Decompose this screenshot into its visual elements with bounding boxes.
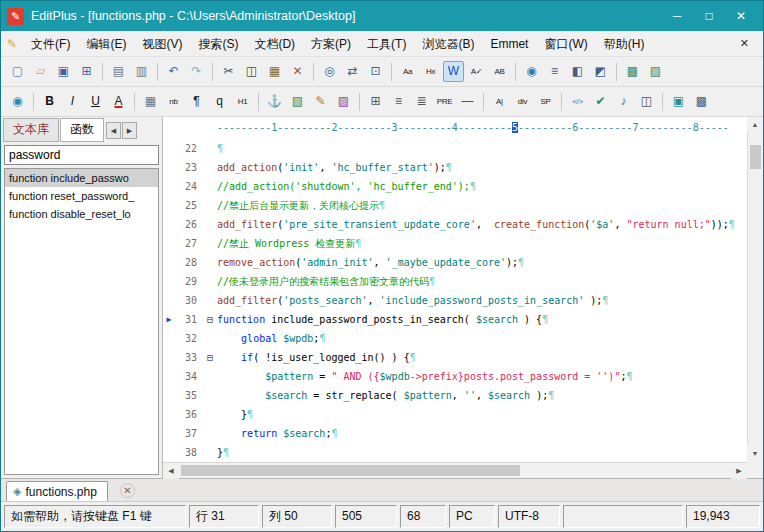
cut-icon[interactable]: ✂ (218, 61, 239, 82)
menu-emmet[interactable]: Emmet (482, 34, 536, 54)
tab-cliptext[interactable]: 文本库 (3, 118, 59, 142)
underline-icon[interactable]: U (85, 91, 106, 112)
record-macro-icon[interactable]: ▨ (645, 61, 666, 82)
side-panel-icon[interactable]: ◧ (567, 61, 588, 82)
code-line-25[interactable]: 25//禁止后台显示更新，关闭核心提示¶ (163, 196, 747, 215)
document-close-icon[interactable]: ✕ (732, 35, 757, 52)
hr-tag-icon[interactable]: ― (457, 91, 478, 112)
table-layout-icon[interactable]: ⊞ (365, 91, 386, 112)
font-tag-icon[interactable]: A| (489, 91, 510, 112)
check-syntax-icon[interactable]: ✔ (590, 91, 611, 112)
object-icon[interactable]: ▣ (668, 91, 689, 112)
browser-globe-icon[interactable]: ◉ (7, 91, 28, 112)
script-icon[interactable]: </> (567, 91, 588, 112)
user-tools-icon[interactable]: ▩ (622, 61, 643, 82)
bold-icon[interactable]: B (39, 91, 60, 112)
horizontal-scrollbar[interactable]: ◀ ▶ (163, 462, 747, 478)
tab-scroll-right-icon[interactable]: ▶ (122, 122, 137, 139)
code-line-27[interactable]: 27//禁止 Wordpress 检查更新¶ (163, 234, 747, 253)
close-button[interactable]: ✕ (725, 4, 757, 28)
menu-project[interactable]: 方案(P) (303, 34, 359, 54)
code-line-24[interactable]: 24//add_action('shutdown', 'hc_buffer_en… (163, 177, 747, 196)
paste-icon[interactable]: ▦ (264, 61, 285, 82)
code-line-32[interactable]: 32 global $wpdb;¶ (163, 329, 747, 348)
function-list-item[interactable]: function include_passwo (5, 169, 158, 187)
spell-check-icon[interactable]: A✓ (466, 61, 487, 82)
vertical-scroll-thumb[interactable] (750, 145, 761, 169)
color-picker-icon[interactable]: ▨ (333, 91, 354, 112)
file-tab-close-icon[interactable]: ✕ (120, 483, 135, 498)
undo-icon[interactable]: ↶ (163, 61, 184, 82)
code-line-23[interactable]: 23add_action('init', 'hc_buffer_start');… (163, 158, 747, 177)
vertical-scrollbar[interactable]: ▲ ▼ (747, 117, 763, 462)
tab-functions[interactable]: 函数 (60, 118, 104, 142)
open-file-icon[interactable]: ▱ (30, 61, 51, 82)
output-panel-icon[interactable]: ◩ (590, 61, 611, 82)
code-line-29[interactable]: 29//使未登录用户的搜索结果包含加密文章的代码¶ (163, 272, 747, 291)
save-all-icon[interactable]: ⊞ (76, 61, 97, 82)
code-line-28[interactable]: 28remove_action('admin_init', '_maybe_up… (163, 253, 747, 272)
menu-view[interactable]: 视图(V) (134, 34, 190, 54)
menu-window[interactable]: 窗口(W) (536, 34, 595, 54)
code-line-34[interactable]: 34 $pattern = " AND ({$wpdb->prefix}post… (163, 367, 747, 386)
menu-tools[interactable]: 工具(T) (359, 34, 414, 54)
redo-icon[interactable]: ↷ (186, 61, 207, 82)
code-line-35[interactable]: 35 $search = str_replace( $pattern, '', … (163, 386, 747, 405)
table-icon[interactable]: ▦ (140, 91, 161, 112)
uppercase-icon[interactable]: Aa (397, 61, 418, 82)
code-line-26[interactable]: 26add_filter('pre_site_transient_update_… (163, 215, 747, 234)
fold-collapse-icon[interactable]: ⊟ (203, 310, 217, 329)
word-wrap-icon[interactable]: W (443, 61, 464, 82)
scroll-up-icon[interactable]: ▲ (747, 117, 763, 133)
find-icon[interactable]: ◎ (319, 61, 340, 82)
tab-scroll-left-icon[interactable]: ◀ (106, 122, 121, 139)
scroll-left-icon[interactable]: ◀ (163, 463, 179, 479)
menu-help[interactable]: 帮助(H) (596, 34, 653, 54)
maximize-button[interactable]: □ (693, 4, 725, 28)
print-preview-icon[interactable]: ▥ (131, 61, 152, 82)
div-tag-icon[interactable]: div (512, 91, 533, 112)
align-left-icon[interactable]: ≡ (388, 91, 409, 112)
save-icon[interactable]: ▣ (53, 61, 74, 82)
hex-viewer-icon[interactable]: Hx (420, 61, 441, 82)
code-line-36[interactable]: 36 }¶ (163, 405, 747, 424)
font-color-icon[interactable]: A (108, 91, 129, 112)
code-area[interactable]: 22¶23add_action('init', 'hc_buffer_start… (163, 139, 747, 462)
nbsp-icon[interactable]: nb (163, 91, 184, 112)
image-icon[interactable]: ▧ (287, 91, 308, 112)
horizontal-scroll-thumb[interactable] (181, 465, 520, 476)
code-line-33[interactable]: 33⊟ if( !is_user_logged_in() ) {¶ (163, 348, 747, 367)
function-list-item[interactable]: function reset_password_ (5, 187, 158, 205)
align-center-icon[interactable]: ≣ (411, 91, 432, 112)
italic-icon[interactable]: I (62, 91, 83, 112)
code-line-37[interactable]: 37 return $search;¶ (163, 424, 747, 443)
menu-search[interactable]: 搜索(S) (190, 34, 246, 54)
audio-icon[interactable]: ♪ (613, 91, 634, 112)
span-tag-icon[interactable]: SP (535, 91, 556, 112)
menu-file[interactable]: 文件(F) (23, 34, 78, 54)
code-line-38[interactable]: 38}¶ (163, 443, 747, 462)
menu-browser[interactable]: 浏览器(B) (414, 34, 482, 54)
delete-icon[interactable]: ✕ (287, 61, 308, 82)
copy-icon[interactable]: ◫ (241, 61, 262, 82)
function-list-item[interactable]: function disable_reset_lo (5, 205, 158, 223)
fold-collapse-icon[interactable]: ⊟ (203, 348, 217, 367)
browser-preview-icon[interactable]: ◉ (521, 61, 542, 82)
scroll-right-icon[interactable]: ▶ (731, 463, 747, 479)
new-file-icon[interactable]: ▢ (7, 61, 28, 82)
heading-icon[interactable]: H1 (232, 91, 253, 112)
print-icon[interactable]: ▤ (108, 61, 129, 82)
replace-icon[interactable]: ⇄ (342, 61, 363, 82)
more-tools-icon[interactable]: ▩ (691, 91, 712, 112)
find-in-files-icon[interactable]: ⊡ (365, 61, 386, 82)
menu-edit[interactable]: 编辑(E) (78, 34, 134, 54)
scroll-down-icon[interactable]: ▼ (747, 446, 763, 462)
pilcrow-icon[interactable]: ¶ (186, 91, 207, 112)
menu-document[interactable]: 文档(D) (246, 34, 303, 54)
cliptext-icon[interactable]: AB (489, 61, 510, 82)
file-tab-functions-php[interactable]: ◈ functions.php (6, 481, 108, 501)
code-line-31[interactable]: ▶31⊟function include_password_posts_in_s… (163, 310, 747, 329)
video-icon[interactable]: ◫ (636, 91, 657, 112)
anchor-icon[interactable]: ⚓ (264, 91, 285, 112)
pre-tag-icon[interactable]: PRE (434, 91, 455, 112)
